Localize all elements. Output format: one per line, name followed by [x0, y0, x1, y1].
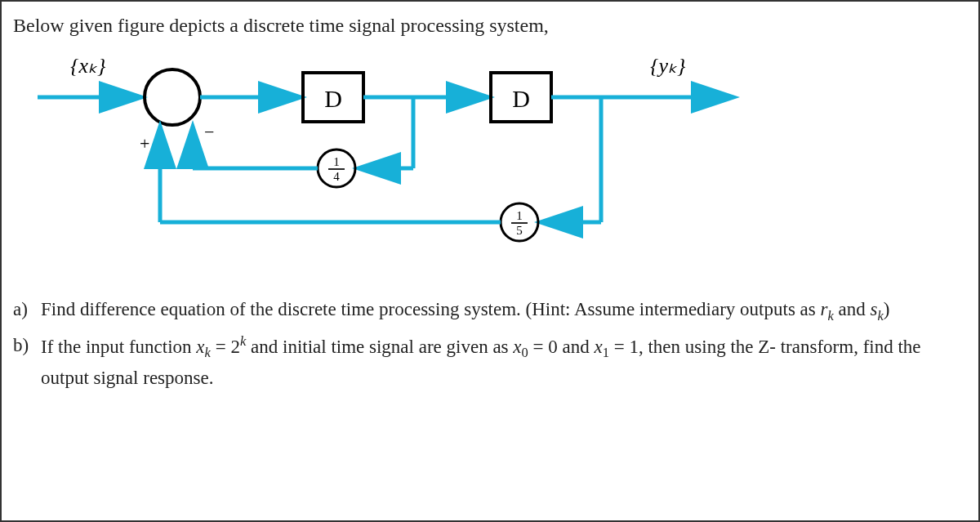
gain-fifth-num: 1 [516, 209, 523, 222]
qb-x1-sub: 1 [603, 346, 609, 361]
diagram-svg: {xₖ} D D {yₖ} 1 4 − 1 5 + [13, 47, 797, 259]
qb-x0-sub: 0 [522, 346, 528, 361]
prompt-text: Below given figure depicts a discrete ti… [13, 15, 967, 37]
plus-sign: + [140, 133, 149, 154]
qa-mid: and [834, 299, 871, 319]
delay-label-1: D [324, 85, 342, 112]
gain-quarter-num: 1 [333, 155, 340, 168]
question-b-label: b) [13, 331, 41, 393]
question-b-body: If the input function xk = 2k and initia… [41, 331, 967, 393]
input-label: {xₖ} [70, 54, 106, 78]
qa-close: ) [884, 299, 890, 319]
qb-xk: x [196, 337, 204, 357]
output-label: {yₖ} [650, 54, 686, 78]
gain-fifth-den: 5 [516, 224, 523, 237]
question-b: b) If the input function xk = 2k and ini… [13, 331, 967, 393]
qb-x1: x [595, 337, 603, 357]
qb-eq0: = 0 and [528, 337, 595, 357]
question-a-body: Find difference equation of the discrete… [41, 295, 967, 326]
qb-x0: x [513, 337, 521, 357]
qb-xk-sub: k [205, 346, 211, 361]
qb-2: and initial time signal are given as [246, 337, 513, 357]
summing-junction [145, 69, 200, 125]
question-a: a) Find difference equation of the discr… [13, 295, 967, 326]
question-a-label: a) [13, 295, 41, 326]
qa-rk-sub: k [827, 308, 833, 323]
qb-1: If the input function [41, 337, 196, 357]
qa-sk-sub: k [877, 308, 883, 323]
qb-eq1: = 2 [211, 337, 240, 357]
minus-sign: − [204, 122, 214, 142]
block-diagram: {xₖ} D D {yₖ} 1 4 − 1 5 + [13, 47, 967, 262]
delay-label-2: D [512, 85, 530, 112]
qa-text-1: Find difference equation of the discrete… [41, 299, 821, 319]
gain-quarter-den: 4 [333, 170, 340, 183]
questions-block: a) Find difference equation of the discr… [13, 295, 967, 393]
